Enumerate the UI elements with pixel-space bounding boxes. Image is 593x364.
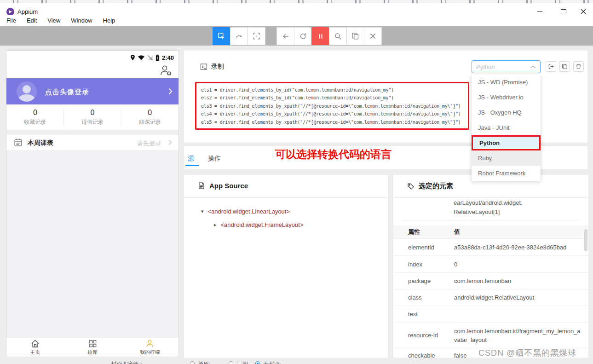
minimize-button[interactable] [533, 8, 547, 15]
source-tree-node[interactable]: ▾ <android.widget.LinearLayout> [201, 208, 290, 215]
quit-session-button[interactable] [364, 27, 382, 45]
source-tree-node[interactable]: ▸ <android.widget.FrameLayout> [214, 221, 303, 228]
maximize-button[interactable] [557, 8, 570, 15]
search-button[interactable] [329, 27, 347, 45]
caret-right-icon[interactable]: ▸ [214, 222, 217, 228]
menu-edit[interactable]: Edit [27, 17, 37, 24]
attr-name: elementId [408, 244, 454, 251]
copy-source-button[interactable] [346, 27, 364, 45]
select-element-button[interactable] [213, 27, 230, 45]
nav-question-bank[interactable]: 题库 [64, 338, 121, 357]
close-window-button[interactable] [576, 8, 590, 15]
menu-help[interactable]: Help [103, 17, 115, 24]
stat-value: 0 [91, 109, 95, 117]
copy-code-button[interactable] [559, 61, 570, 72]
tab-actions[interactable]: 操作 [208, 155, 221, 163]
copy-icon [562, 64, 568, 69]
stat-favorites[interactable]: 0 收藏记录 [6, 104, 64, 130]
tap-by-coordinates-button[interactable] [248, 27, 265, 45]
attr-value: com.lemon.lemonban [454, 277, 582, 285]
app-source-title: App Source [209, 182, 248, 190]
radio-icon [190, 361, 195, 364]
crosshair-icon [253, 32, 260, 40]
option-java-junit[interactable]: Java - JUnit [472, 120, 541, 135]
option-js-oxygen[interactable]: JS - Oxygen HQ [472, 105, 541, 120]
refresh-button[interactable] [294, 27, 312, 45]
minimize-icon [537, 12, 542, 12]
table-header-row: 属性 值 [393, 225, 588, 238]
caret-down-icon[interactable]: ▾ [201, 208, 204, 214]
tag-icon [407, 183, 415, 190]
attr-name: text [408, 311, 454, 318]
code-line: els5 = driver.find_elements_by_xpath("//… [201, 118, 463, 126]
avatar[interactable] [17, 81, 37, 102]
calendar-icon [14, 138, 23, 147]
swipe-by-coordinates-button[interactable] [230, 27, 248, 45]
pause-recording-button[interactable] [311, 27, 329, 45]
option-js-wd[interactable]: JS - WD (Promise) [472, 75, 541, 90]
device-clock: 2:40 [162, 54, 174, 61]
nav-label: 题库 [87, 349, 98, 356]
code-line: els4 = driver.find_elements_by_xpath("//… [201, 110, 463, 118]
attr-name: checkable [408, 352, 454, 359]
element-xpath: earLayout/android.widget. RelativeLayout… [454, 198, 582, 217]
battery-icon [155, 54, 160, 61]
nav-label: 我的柠檬 [140, 349, 160, 356]
fragment-option: 单图 [198, 360, 210, 364]
appium-inspector-window: Appium File Edit View Window Help [0, 0, 593, 364]
document-icon [198, 182, 205, 190]
search-icon [334, 32, 342, 40]
tab-source[interactable]: 源 [188, 155, 194, 163]
table-row: class android.widget.RelativeLayout [393, 289, 588, 306]
xml-tag[interactable]: <android.widget.LinearLayout> [208, 208, 290, 215]
nav-home[interactable]: 主页 [6, 338, 64, 357]
swipe-icon [235, 32, 243, 40]
nav-my-lemon[interactable]: 我的柠檬 [121, 338, 178, 357]
code-line: els2 = driver.find_elements_by_id("com.l… [201, 94, 463, 102]
recorder-icon [200, 63, 207, 70]
stats-row: 0 收藏记录 0 请假记录 0 缺课记录 [6, 104, 178, 130]
export-icon [548, 64, 554, 69]
divider [63, 108, 64, 126]
menu-window[interactable]: Window [71, 17, 92, 24]
inspector-toolbar [0, 26, 593, 46]
menu-view[interactable]: View [47, 17, 60, 24]
attr-value: 0 [454, 260, 582, 269]
radio-selected-icon [255, 361, 260, 364]
schedule-title: 本周课表 [28, 139, 53, 147]
menu-file[interactable]: File [6, 17, 16, 24]
option-robot-framework[interactable]: Robot Framework [472, 166, 541, 181]
show-boilerplate-button[interactable] [546, 61, 556, 72]
stat-absence-records[interactable]: 0 缺课记录 [121, 104, 178, 130]
stat-label: 缺课记录 [139, 118, 161, 126]
device-screenshot-panel[interactable]: 2:40 点击头像登录 0 收藏记录 0 请假记录 0 缺课记录 [6, 51, 178, 357]
background-window-sliver [0, 0, 593, 3]
option-python-selected[interactable]: Python [472, 135, 541, 150]
login-banner[interactable]: 点击头像登录 [6, 78, 178, 104]
table-row: elementId a53a88da-c13f-4d20-92ee-3824e8… [393, 238, 588, 255]
stat-leave-records[interactable]: 0 请假记录 [64, 104, 121, 130]
title-bar: Appium [0, 3, 593, 15]
option-ruby[interactable]: Ruby [472, 150, 541, 166]
divider [403, 220, 579, 221]
menu-bar: File Edit View Window Help [0, 15, 593, 26]
settings-person-icon[interactable] [160, 64, 172, 76]
radio-icon [229, 361, 233, 364]
option-js-webdriverio[interactable]: JS - Webdriver.io [472, 90, 541, 105]
xpath-line: RelativeLayout[1] [454, 208, 582, 217]
stat-label: 请假记录 [81, 118, 104, 126]
language-select[interactable]: Python [472, 60, 541, 73]
xml-tag[interactable]: <android.widget.FrameLayout> [221, 221, 304, 228]
grid-icon [88, 339, 97, 348]
weekly-schedule-row[interactable]: 本周课表 请先登录 [6, 135, 178, 150]
scrollbar-thumb[interactable] [584, 229, 587, 251]
stat-label: 收藏记录 [24, 118, 46, 126]
xpath-line: earLayout/android.widget. [454, 198, 582, 208]
divider [393, 197, 588, 198]
attributes-table: 属性 值 elementId a53a88da-c13f-4d20-92ee-3… [393, 225, 588, 362]
back-button[interactable] [276, 27, 294, 45]
attr-name: class [408, 294, 454, 301]
clear-recording-button[interactable] [573, 61, 584, 72]
column-header-value: 值 [454, 228, 460, 236]
device-status-bar: 2:40 [6, 53, 178, 62]
